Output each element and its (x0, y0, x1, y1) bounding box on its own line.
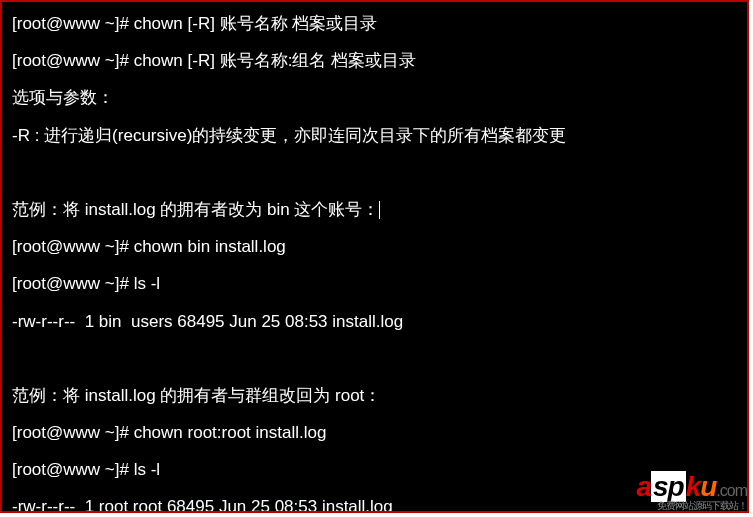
terminal-line: 范例：将 install.log 的拥有者改为 bin 这个账号： (12, 196, 737, 223)
terminal-line: [root@www ~]# chown [-R] 账号名称:组名 档案或目录 (12, 47, 737, 74)
terminal-window: [root@www ~]# chown [-R] 账号名称 档案或目录 [roo… (0, 0, 749, 513)
terminal-line: [root@www ~]# ls -l (12, 270, 737, 297)
terminal-line: [root@www ~]# chown bin install.log (12, 233, 737, 260)
terminal-line: [root@www ~]# ls -l (12, 456, 737, 483)
terminal-blank-line (12, 345, 737, 372)
cursor-icon (379, 201, 380, 219)
terminal-text: 范例：将 install.log 的拥有者改为 bin 这个账号： (12, 200, 379, 219)
terminal-blank-line (12, 159, 737, 186)
terminal-line: -R : 进行递归(recursive)的持续变更，亦即连同次目录下的所有档案都… (12, 122, 737, 149)
terminal-line: 选项与参数： (12, 84, 737, 111)
terminal-line: 范例：将 install.log 的拥有者与群组改回为 root： (12, 382, 737, 409)
terminal-line: [root@www ~]# chown root:root install.lo… (12, 419, 737, 446)
terminal-line: -rw-r--r-- 1 bin users 68495 Jun 25 08:5… (12, 308, 737, 335)
terminal-line: [root@www ~]# chown [-R] 账号名称 档案或目录 (12, 10, 737, 37)
terminal-line: -rw-r--r-- 1 root root 68495 Jun 25 08:5… (12, 493, 737, 513)
